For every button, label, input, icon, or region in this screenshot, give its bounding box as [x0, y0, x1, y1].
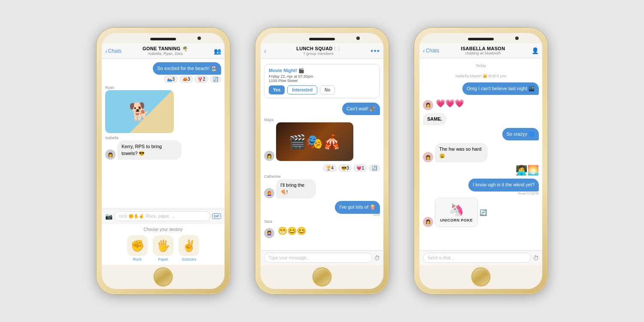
back-button-1[interactable]: ‹ Chats — [105, 48, 122, 55]
read-label: Read 5:53PM — [518, 191, 539, 195]
msg-hw: The hw was so hard 😩 — [435, 143, 488, 162]
chat-header-3: ‹ Chats ISABELLA MASON chatting w/ bluet… — [419, 43, 542, 58]
home-button-2[interactable] — [313, 267, 331, 286]
reaction-2[interactable]: 🦀3 — [179, 76, 193, 83]
dog-image: 🐕 — [105, 90, 174, 133]
msg-sara: 😁😊😊 — [276, 224, 308, 238]
reaction-3[interactable]: 🦞2 — [194, 76, 208, 83]
sender-isabella: Isabella — [105, 136, 118, 140]
reaction-1[interactable]: 🏊‍♀️3 — [164, 76, 178, 83]
msg-bubble-isabella: Kerry, RPS to bring towels? 😎 — [117, 140, 182, 160]
avatar-msg-sara: 👩‍🦱 😁😊😊 — [264, 224, 308, 238]
msg-same: SAME. — [423, 113, 447, 125]
avatar-msg-hw: 👩 The hw was so hard 😩 — [423, 143, 493, 162]
gif-button-1[interactable]: GIF — [212, 213, 221, 219]
home-button-3[interactable] — [471, 267, 490, 286]
timer-icon-2[interactable]: ⏱ — [374, 255, 380, 261]
message-input-1[interactable]: rock ✊✋✌️: Rock, paper, ... — [114, 211, 210, 221]
more-options-2[interactable]: ••• — [371, 47, 380, 55]
refresh-icon-3[interactable]: 🔄 — [480, 209, 487, 216]
screen-2: ‹ LUNCH SQUAD 🍽️ 7 group members ••• Mov… — [261, 43, 383, 265]
msg-row-popcorn: I've got lots of 🍿 Sent — [264, 201, 380, 216]
sender-ryan: Ryan — [105, 85, 114, 90]
phone-3: ‹ Chats ISABELLA MASON chatting w/ bluet… — [414, 28, 547, 294]
avatar-hw: 👩 — [423, 152, 433, 162]
phone-2: ‹ LUNCH SQUAD 🍽️ 7 group members ••• Mov… — [255, 28, 389, 294]
event-actions: Yes Interested No — [269, 85, 375, 94]
msg-row-out-2: Can't wait! 🎉 — [264, 103, 380, 115]
screen-1: ‹ Chats GONE TANNING 🌴 Isabella, Ryan, Z… — [102, 43, 225, 265]
msg-row-hearts: 👩 💗💗💗 — [423, 97, 539, 110]
scissors-emoji: ✌️ — [179, 235, 199, 256]
phone-top-2 — [261, 33, 383, 43]
reaction-heart[interactable]: 💗1 — [353, 164, 367, 172]
timer-icon-3[interactable]: ⏱ — [533, 255, 539, 261]
camera-input-icon[interactable]: 📷 — [105, 213, 112, 220]
event-title: Movie Night! 🎬 — [269, 68, 375, 73]
msg-row-wknd: I know ugh is it the wknd yet? Read 5:53… — [423, 179, 539, 195]
event-card: Movie Night! 🎬 Friday 22, Apr at 07:30pm… — [264, 64, 380, 98]
date-today: Today — [423, 64, 539, 68]
reaction-cool[interactable]: 😎3 — [338, 164, 352, 172]
camera-3 — [515, 36, 519, 40]
phone-1: ‹ Chats GONE TANNING 🌴 Isabella, Ryan, Z… — [97, 28, 230, 294]
chat-input-1: 📷 rock ✊✋✌️: Rock, paper, ... GIF — [102, 209, 225, 223]
home-button-1[interactable] — [154, 267, 173, 286]
unicorn-label: UNICORN POKE — [440, 218, 473, 222]
chat-title-3: ISABELLA MASON — [439, 46, 527, 51]
header-center-2: LUNCH SQUAD 🍽️ 7 group members — [266, 46, 371, 56]
screen-3: ‹ Chats ISABELLA MASON chatting w/ bluet… — [419, 43, 542, 265]
msg-row-unicorn: 👩 🦄 UNICORN POKE 🔄 — [423, 198, 539, 227]
reaction-trophy[interactable]: 🏆4 — [323, 164, 337, 172]
msg-row-stickers: 👩‍💻🌅 — [423, 165, 539, 176]
reaction-refresh[interactable]: 🔄 — [210, 76, 221, 83]
chat-title-1: GONE TANNING 🌴 — [122, 46, 209, 52]
message-input-2[interactable]: Type your message... — [264, 253, 372, 263]
group-icon-1[interactable]: 👥 — [209, 48, 221, 55]
event-date: Friday 22, Apr at 07:30pm — [269, 74, 375, 79]
event-interested-btn[interactable]: Interested — [287, 85, 317, 94]
event-no-btn[interactable]: No — [320, 85, 335, 94]
phones-container: ‹ Chats GONE TANNING 🌴 Isabella, Ryan, Z… — [0, 15, 644, 307]
msg-row-ryan: Ryan 🐕 — [105, 85, 221, 133]
rock-label: Rock — [133, 257, 142, 261]
msg-row-crazy: So crazyy 🌀 — [423, 128, 539, 140]
reaction-refresh-2[interactable]: 🔄 — [369, 164, 380, 172]
msg-row-isabella: Isabella 👩 Kerry, RPS to bring towels? 😎 — [105, 136, 221, 160]
chat-header-1: ‹ Chats GONE TANNING 🌴 Isabella, Ryan, Z… — [102, 43, 225, 59]
msg-wknd: I know ugh is it the wknd yet? — [468, 179, 539, 191]
speaker-3 — [468, 38, 494, 40]
msg-cant-wait: Can't wait! 🎉 — [342, 103, 380, 115]
messages-2: Movie Night! 🎬 Friday 22, Apr at 07:30pm… — [261, 59, 383, 250]
rps-rock[interactable]: ✊ Rock — [127, 235, 148, 261]
avatar-isabella: 👩 — [105, 149, 115, 160]
speaker-2 — [309, 38, 335, 40]
messages-3: Today Isabella Mason 👑 BAE'd you Omg I c… — [419, 58, 542, 250]
chat-subtitle-3: chatting w/ bluetooth — [439, 51, 527, 55]
rps-scissors[interactable]: ✌️ Scissors — [179, 235, 199, 261]
msg-row-hw: 👩 The hw was so hard 😩 — [423, 143, 539, 162]
paper-emoji: 🖐️ — [153, 235, 173, 256]
reactions-1: 🏊‍♀️3 🦀3 🦞2 🔄 — [164, 76, 221, 83]
back-arrow-1: ‹ — [105, 48, 107, 55]
msg-crazy: So crazyy 🌀 — [502, 128, 539, 140]
sender-sara: Sara — [264, 219, 272, 224]
rps-buttons: ✊ Rock 🖐️ Paper ✌️ Scissors — [105, 235, 221, 261]
system-bae: Isabella Mason 👑 BAE'd you — [423, 74, 539, 78]
event-yes-btn[interactable]: Yes — [269, 85, 285, 94]
back-button-3[interactable]: ‹ Chats — [423, 47, 439, 54]
msg-row-maya: Maya 👩 🎬🎭🎪 — [264, 118, 380, 161]
phone-bottom-2 — [261, 265, 383, 289]
phone-bottom-3 — [419, 265, 542, 289]
avatar-msg-catherine: 👩‍🦰 I'll bring the 🍕! — [264, 179, 317, 198]
chat-subtitle-1: Isabella, Ryan, Zara — [122, 52, 209, 56]
rps-paper[interactable]: 🖐️ Paper — [153, 235, 173, 261]
chat-title-2: LUNCH SQUAD 🍽️ — [266, 46, 371, 52]
message-input-3[interactable]: Send a chat... — [423, 253, 531, 263]
msg-row-catherine: Catherine 👩‍🦰 I'll bring the 🍕! — [264, 174, 380, 198]
back-label-3: Chats — [426, 48, 439, 54]
sent-label: Sent — [373, 213, 380, 217]
contact-icon-3[interactable]: 👤 — [527, 47, 539, 54]
reactions-2: 🏆4 😎3 💗1 🔄 — [323, 164, 380, 172]
sender-maya: Maya — [264, 118, 273, 122]
